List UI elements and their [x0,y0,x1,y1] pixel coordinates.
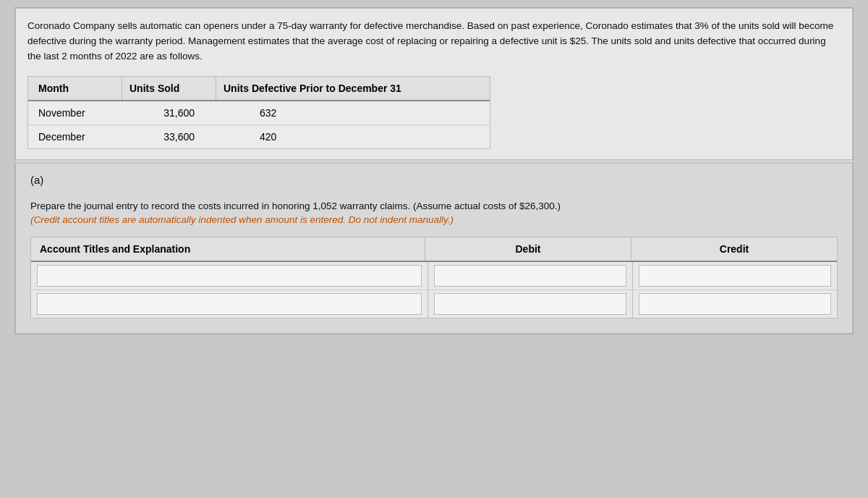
journal-row-2-credit-input[interactable] [639,293,831,315]
november-month: November [28,101,122,124]
table-header-row: Month Units Sold Units Defective Prior t… [28,77,490,101]
table-row-december: December 33,600 420 [28,125,490,148]
journal-account-header: Account Titles and Explanation [31,237,425,261]
data-table: Month Units Sold Units Defective Prior t… [27,76,490,149]
journal-row-2-account-input[interactable] [37,293,422,315]
december-units-defective: 420 [216,125,462,148]
instruction-italic: (Credit account titles are automatically… [30,214,838,225]
journal-row-1-account [31,262,428,290]
journal-row-2 [31,290,837,318]
instruction-text: Prepare the journal entry to record the … [30,201,838,211]
november-units-defective: 632 [216,101,462,124]
description-text: Coronado Company sells automatic can ope… [27,19,841,64]
journal-row-1-debit-input[interactable] [434,265,626,287]
col-units-sold-header: Units Sold [122,77,216,100]
journal-row-1-debit [428,262,633,290]
december-units-sold: 33,600 [122,125,216,148]
journal-debit-header: Debit [425,237,631,261]
journal-credit-header: Credit [631,237,837,261]
table-row-november: November 31,600 632 [28,101,490,125]
journal-row-1-credit-input[interactable] [639,265,831,287]
journal-row-2-debit-input[interactable] [434,293,626,315]
top-section: Coronado Company sells automatic can ope… [15,8,853,160]
journal-header-row: Account Titles and Explanation Debit Cre… [31,237,837,262]
col-month-header: Month [28,77,122,100]
col-units-defective-header: Units Defective Prior to December 31 [216,77,462,100]
section-a-label: (a) [30,174,838,186]
main-container: Coronado Company sells automatic can ope… [14,7,854,334]
journal-row-1 [31,262,837,290]
november-units-sold: 31,600 [122,101,216,124]
bottom-section: (a) Prepare the journal entry to record … [15,163,853,334]
journal-table: Account Titles and Explanation Debit Cre… [30,237,838,318]
journal-row-1-credit [633,262,837,290]
december-month: December [28,125,122,148]
journal-row-2-account [31,290,428,318]
journal-row-1-account-input[interactable] [37,265,422,287]
journal-row-2-credit [633,290,837,318]
journal-row-2-debit [428,290,633,318]
